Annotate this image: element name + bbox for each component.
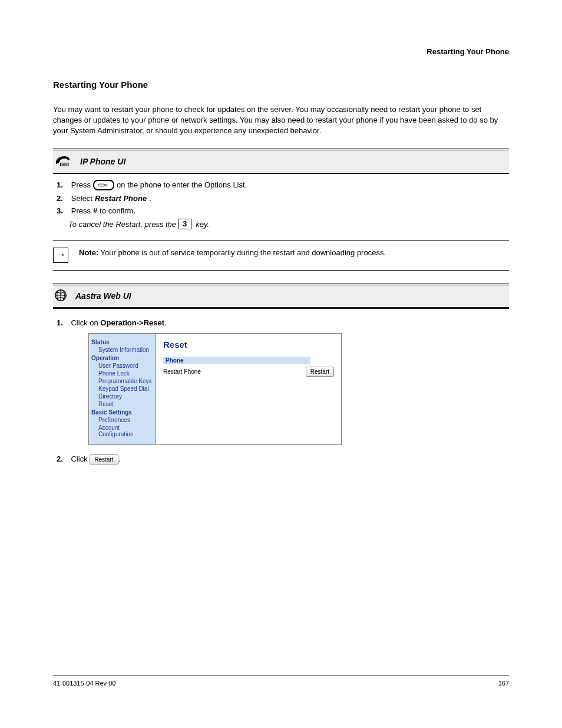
step3-confirm: to confirm.	[100, 206, 135, 215]
sidebar-group-status[interactable]: Status	[91, 339, 153, 345]
webui-screenshot: Status System Information Operation User…	[88, 333, 342, 445]
phone-step-3: 3. Press # to confirm.	[57, 206, 509, 215]
web-ui-bar: Aastra Web UI	[53, 284, 509, 309]
left-arrow-key-icon: 3	[178, 219, 191, 229]
restart-button-inline[interactable]: Restart	[90, 454, 118, 465]
sidebar-item-acctcfg[interactable]: Account Configuration	[98, 424, 153, 437]
sidebar-group-operation[interactable]: Operation	[91, 355, 153, 361]
webui-content: Reset Phone Restart Phone Restart	[156, 334, 341, 444]
panel-subhead: Phone	[163, 357, 310, 364]
panel-title: Reset	[163, 340, 334, 350]
step3-press: Press	[71, 206, 91, 215]
sidebar-item-directory[interactable]: Directory	[98, 393, 153, 400]
sidebar-item-sysinfo[interactable]: System Information	[98, 347, 153, 353]
section-title: Restarting Your Phone	[53, 80, 509, 90]
note-label: Note:	[79, 248, 98, 257]
svg-point-3	[105, 184, 107, 186]
cancel-note: To cancel the Restart, press the 3 key.	[68, 219, 509, 229]
sidebar-group-basic[interactable]: Basic Settings	[91, 409, 153, 416]
phone-ui-bar: IP Phone UI	[53, 149, 509, 174]
sidebar-item-reset[interactable]: Reset	[98, 401, 153, 407]
web-ui-label: Aastra Web UI	[75, 291, 131, 301]
sidebar-item-prefs[interactable]: Preferences	[98, 417, 153, 423]
globe-icon	[54, 289, 67, 304]
step2-select: Select	[71, 194, 92, 203]
web-step-1: 1. Click on Operation->Reset.	[57, 318, 509, 327]
phone-ui-label: IP Phone UI	[80, 157, 125, 166]
restart-button[interactable]: Restart	[306, 367, 334, 377]
note-block: → Note: Your phone is out of service tem…	[53, 240, 509, 271]
note-body: Your phone is out of service temporarily…	[101, 248, 386, 257]
footer-doc-id: 41-001315-04 Rev 00	[53, 680, 115, 687]
options-key-icon	[93, 180, 114, 190]
phone-step-1: 1. Press on the phone to enter the Optio…	[57, 180, 509, 190]
page-footer: 41-001315-04 Rev 00 167	[53, 676, 509, 687]
footer-page-num: 167	[498, 680, 509, 687]
web-step-2: 2. Click Restart.	[57, 454, 509, 465]
webui-sidebar: Status System Information Operation User…	[89, 334, 156, 444]
sidebar-item-userpass[interactable]: User Password	[98, 363, 153, 369]
sidebar-item-progkeys[interactable]: Programmable Keys	[98, 378, 153, 384]
step1-post: on the phone to enter the Options List.	[117, 180, 247, 189]
restart-row-label: Restart Phone	[163, 368, 201, 375]
svg-rect-2	[99, 184, 105, 186]
step2-option: Restart Phone	[95, 194, 147, 203]
phone-icon	[54, 154, 72, 170]
phone-step-2: 2. Select Restart Phone.	[57, 194, 509, 203]
intro-paragraph: You may want to restart your phone to ch…	[53, 104, 509, 137]
step1-pre: Press	[71, 180, 91, 189]
sidebar-item-speeddial[interactable]: Keypad Speed Dial	[98, 386, 153, 392]
note-arrow-icon: →	[53, 248, 68, 263]
web-step1-path: Operation->Reset	[100, 318, 164, 327]
sidebar-item-phonelock[interactable]: Phone Lock	[98, 370, 153, 377]
hash-key: #	[93, 206, 97, 215]
page-header-title: Restarting Your Phone	[53, 47, 509, 56]
